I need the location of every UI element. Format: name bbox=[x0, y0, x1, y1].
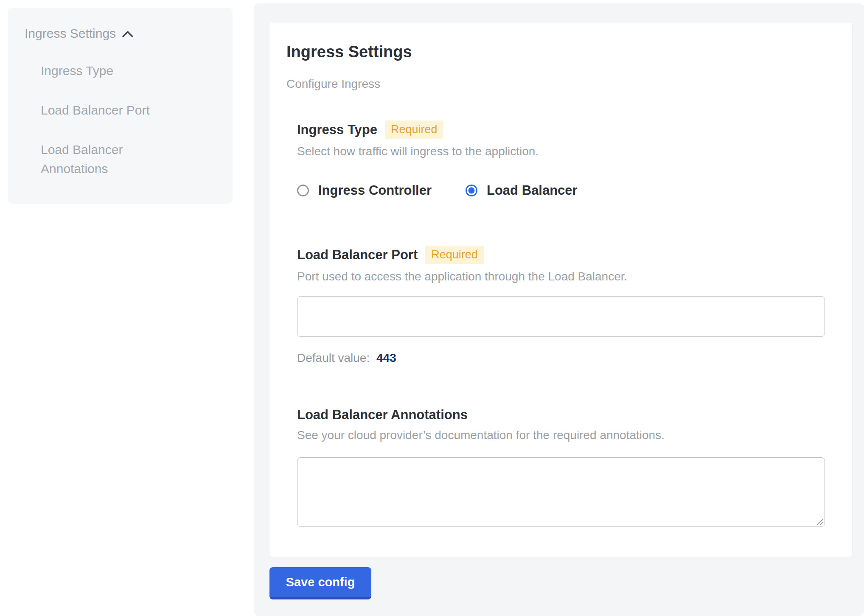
ingress-type-options: Ingress Controller Load Balancer bbox=[297, 183, 835, 198]
save-config-button[interactable]: Save config bbox=[269, 567, 371, 599]
sidebar-item-load-balancer-annotations[interactable]: Load Balancer Annotations bbox=[41, 140, 168, 178]
radio-label-ingress-controller: Ingress Controller bbox=[318, 183, 432, 198]
default-value: 443 bbox=[376, 351, 396, 364]
radio-load-balancer[interactable] bbox=[466, 185, 477, 196]
page-subtitle: Configure Ingress bbox=[286, 77, 835, 91]
sidebar-item-load-balancer-port[interactable]: Load Balancer Port bbox=[41, 101, 168, 120]
ingress-settings-card: Ingress Settings Configure Ingress Ingre… bbox=[269, 22, 852, 557]
required-badge: Required bbox=[425, 246, 484, 264]
sidebar-group-ingress-settings[interactable]: Ingress Settings bbox=[25, 26, 217, 41]
load-balancer-annotations-help: See your cloud provider’s documentation … bbox=[297, 428, 835, 442]
default-value-line: Default value: 443 bbox=[297, 351, 835, 365]
settings-sidebar: Ingress Settings Ingress Type Load Balan… bbox=[8, 8, 233, 204]
default-value-label: Default value: bbox=[297, 351, 370, 364]
radio-ingress-controller[interactable] bbox=[297, 185, 309, 196]
ingress-type-label: Ingress Type bbox=[297, 122, 377, 137]
radio-option-load-balancer[interactable]: Load Balancer bbox=[466, 183, 578, 198]
load-balancer-port-label: Load Balancer Port bbox=[297, 247, 418, 263]
sidebar-group-label: Ingress Settings bbox=[25, 26, 116, 41]
page: Ingress Settings Ingress Type Load Balan… bbox=[0, 0, 864, 616]
load-balancer-port-help: Port used to access the application thro… bbox=[297, 270, 835, 283]
chevron-up-icon bbox=[122, 26, 134, 41]
load-balancer-port-input[interactable] bbox=[297, 296, 825, 337]
field-ingress-type: Ingress Type Required Select how traffic… bbox=[297, 120, 835, 198]
page-title: Ingress Settings bbox=[286, 43, 835, 61]
radio-option-ingress-controller[interactable]: Ingress Controller bbox=[297, 183, 432, 198]
field-load-balancer-annotations: Load Balancer Annotations See your cloud… bbox=[297, 407, 835, 527]
load-balancer-annotations-textarea[interactable] bbox=[297, 457, 825, 527]
radio-label-load-balancer: Load Balancer bbox=[487, 183, 578, 198]
load-balancer-annotations-label: Load Balancer Annotations bbox=[297, 407, 468, 423]
config-panel: Ingress Settings Configure Ingress Ingre… bbox=[254, 3, 864, 616]
field-load-balancer-port: Load Balancer Port Required Port used to… bbox=[297, 246, 835, 365]
required-badge: Required bbox=[385, 120, 443, 139]
ingress-type-help: Select how traffic will ingress to the a… bbox=[297, 145, 835, 158]
sidebar-item-ingress-type[interactable]: Ingress Type bbox=[41, 61, 168, 80]
